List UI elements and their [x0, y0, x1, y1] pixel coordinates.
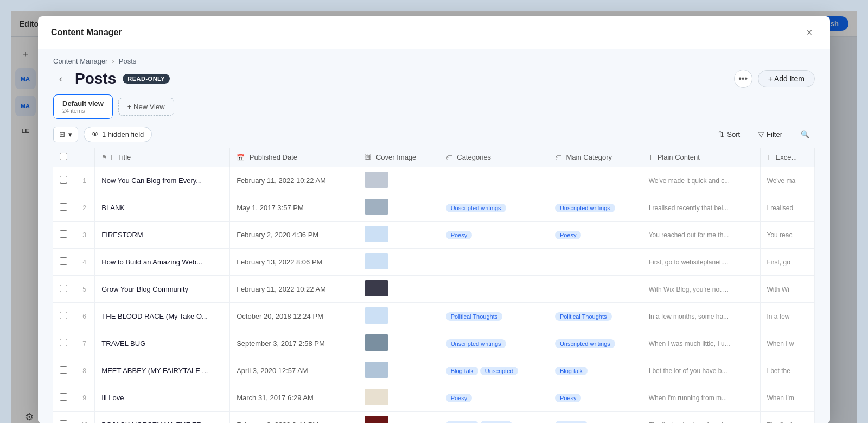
category-tag: Unscripted	[480, 367, 519, 375]
row-categories: Blog talkReviews	[439, 412, 548, 424]
modal-close-button[interactable]: ×	[802, 25, 817, 40]
table-grid-icon: ⊞	[59, 130, 65, 138]
table-row[interactable]: 5Grow Your Blog CommunityFebruary 11, 20…	[53, 276, 815, 303]
row-published-date: February 9, 2020 3:44 PM	[230, 412, 358, 424]
hidden-field-button[interactable]: 👁 1 hidden field	[84, 127, 152, 142]
modal-title: Content Manager	[51, 28, 122, 37]
categories-header[interactable]: 🏷 Categories	[439, 148, 548, 167]
breadcrumb-current[interactable]: Posts	[119, 57, 137, 65]
category-tag: Blog talk	[446, 367, 478, 375]
table-row[interactable]: 10BOJACK HORSEMAN: THE TR...February 9, …	[53, 412, 815, 424]
row-checkbox[interactable]	[60, 285, 67, 292]
table-row[interactable]: 1Now You Can Blog from Every...February …	[53, 167, 815, 194]
breadcrumb-root[interactable]: Content Manager	[53, 57, 107, 65]
table-container[interactable]: ⚑ T Title 📅 Published Date 🖼	[38, 148, 830, 423]
row-published-date: February 13, 2022 8:06 PM	[230, 249, 358, 276]
sort-button[interactable]: ⇅ Sort	[713, 127, 745, 142]
row-checkbox[interactable]	[60, 366, 67, 374]
excerpt-header[interactable]: T Exce...	[760, 148, 814, 167]
row-title[interactable]: BLANK	[95, 194, 230, 222]
filter-icon: ▽	[758, 130, 764, 138]
row-plain-content: We've made it quick and c...	[642, 167, 760, 194]
row-checkbox-cell[interactable]	[53, 276, 74, 303]
table-view-button[interactable]: ⊞ ▾	[53, 127, 78, 142]
row-checkbox[interactable]	[60, 230, 67, 238]
row-categories: Poesy	[439, 222, 548, 249]
filter-button[interactable]: ▽ Filter	[753, 127, 788, 142]
row-published-date: February 11, 2022 10:22 AM	[230, 276, 358, 303]
table-row[interactable]: 8MEET ABBEY (MY FAIRYTALE ...April 3, 20…	[53, 357, 815, 384]
more-options-button[interactable]: •••	[734, 70, 752, 88]
table-row[interactable]: 7TRAVEL BUGSeptember 3, 2017 2:58 PMUnsc…	[53, 330, 815, 357]
title-header[interactable]: ⚑ T Title	[95, 148, 230, 167]
main-category-tag: Poesy	[555, 394, 582, 402]
row-checkbox-cell[interactable]	[53, 330, 74, 357]
cover-image-header[interactable]: 🖼 Cover Image	[358, 148, 439, 167]
row-title[interactable]: THE BLOOD RACE (My Take O...	[95, 303, 230, 330]
categories-col-icon: 🏷	[446, 154, 452, 161]
search-button[interactable]: 🔍	[795, 127, 815, 142]
row-number: 8	[74, 357, 95, 384]
category-tag: Unscripted writings	[446, 204, 506, 212]
row-checkbox[interactable]	[60, 203, 67, 211]
row-excerpt: I bet the	[760, 357, 814, 384]
table-row[interactable]: 2BLANKMay 1, 2017 3:57 PMUnscripted writ…	[53, 194, 815, 222]
row-checkbox[interactable]	[60, 420, 67, 423]
modal-header: Content Manager ×	[38, 16, 830, 49]
row-checkbox[interactable]	[60, 176, 67, 184]
row-checkbox-cell[interactable]	[53, 222, 74, 249]
published-date-header[interactable]: 📅 Published Date	[230, 148, 358, 167]
row-title[interactable]: Ill Love	[95, 384, 230, 412]
row-checkbox-cell[interactable]	[53, 194, 74, 222]
row-checkbox[interactable]	[60, 393, 67, 401]
view-tab-name: Default view	[62, 99, 104, 108]
table-row[interactable]: 3FIRESTORMFebruary 2, 2020 4:36 PMPoesyP…	[53, 222, 815, 249]
row-title[interactable]: FIRESTORM	[95, 222, 230, 249]
row-excerpt: First, go	[760, 249, 814, 276]
row-title[interactable]: Now You Can Blog from Every...	[95, 167, 230, 194]
main-category-tag: Blog talk	[555, 367, 588, 375]
row-excerpt: The final	[760, 412, 814, 424]
default-view-tab[interactable]: Default view 24 items	[53, 94, 113, 119]
main-category-col-label: Main Category	[566, 153, 612, 161]
row-number: 2	[74, 194, 95, 222]
row-title[interactable]: TRAVEL BUG	[95, 330, 230, 357]
back-button[interactable]: ‹	[53, 71, 68, 86]
row-cover-image	[358, 330, 439, 357]
row-title[interactable]: BOJACK HORSEMAN: THE TR...	[95, 412, 230, 424]
excerpt-col-label: Exce...	[775, 153, 797, 161]
add-item-button[interactable]: + Add Item	[758, 70, 815, 87]
filter-label: Filter	[767, 130, 782, 138]
row-title[interactable]: Grow Your Blog Community	[95, 276, 230, 303]
select-all-checkbox[interactable]	[60, 153, 67, 160]
plain-content-header[interactable]: T Plain Content	[642, 148, 760, 167]
row-plain-content: First, go to websiteplanet....	[642, 249, 760, 276]
table-row[interactable]: 4How to Build an Amazing Web...February …	[53, 249, 815, 276]
table-row[interactable]: 9Ill LoveMarch 31, 2017 6:29 AMPoesyPoes…	[53, 384, 815, 412]
row-checkbox[interactable]	[60, 312, 67, 319]
row-categories	[439, 249, 548, 276]
new-view-button[interactable]: + New View	[118, 98, 174, 116]
main-category-header[interactable]: 🏷 Main Category	[548, 148, 642, 167]
row-checkbox-cell[interactable]	[53, 412, 74, 424]
row-checkbox-cell[interactable]	[53, 167, 74, 194]
row-number: 6	[74, 303, 95, 330]
search-icon: 🔍	[801, 130, 809, 138]
row-checkbox[interactable]	[60, 257, 67, 265]
main-category-tag: Political Thoughts	[555, 312, 612, 321]
row-checkbox[interactable]	[60, 339, 67, 346]
table-row[interactable]: 6THE BLOOD RACE (My Take O...October 20,…	[53, 303, 815, 330]
row-published-date: October 20, 2018 12:24 PM	[230, 303, 358, 330]
row-title[interactable]: MEET ABBEY (MY FAIRYTALE ...	[95, 357, 230, 384]
category-tag: Reviews	[480, 421, 513, 424]
row-number: 7	[74, 330, 95, 357]
select-all-header[interactable]	[53, 148, 74, 167]
category-tag: Blog talk	[446, 421, 478, 424]
row-checkbox-cell[interactable]	[53, 357, 74, 384]
modal-body: Content Manager › Posts ‹ Posts READ-ONL…	[38, 49, 830, 423]
row-checkbox-cell[interactable]	[53, 249, 74, 276]
row-checkbox-cell[interactable]	[53, 303, 74, 330]
row-checkbox-cell[interactable]	[53, 384, 74, 412]
title-col-icon: ⚑ T	[101, 154, 113, 161]
row-title[interactable]: How to Build an Amazing Web...	[95, 249, 230, 276]
